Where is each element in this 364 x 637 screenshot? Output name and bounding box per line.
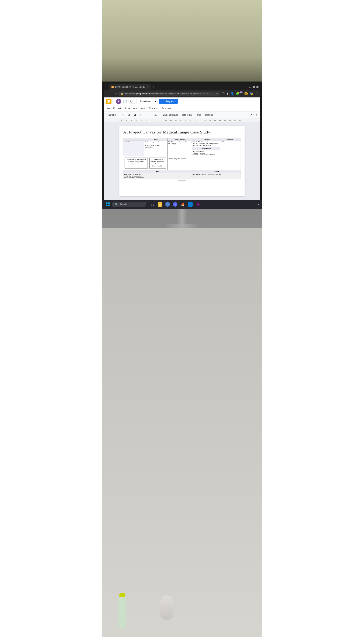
water-bottle — [118, 594, 127, 631]
layout-button[interactable]: Tata letak — [180, 113, 193, 117]
ruler-mark-7: 7 — [149, 119, 154, 121]
taskbar-app-taskview[interactable]: ⬚ — [150, 201, 156, 208]
ruler-mark-2: 2 — [124, 119, 129, 121]
slide-canvas[interactable]: AI Project Canvas for Medical Image Case… — [120, 126, 244, 196]
expand-button[interactable]: ↑ — [254, 113, 258, 117]
outlook-icon: O — [188, 202, 192, 207]
taskbar-app-files[interactable]: 📁 — [157, 201, 163, 208]
extensions-icon[interactable]: 🧩20 — [236, 92, 243, 96]
stakeholders-header-cell: Stakeholders — [192, 147, 220, 150]
taskbar-start-button[interactable] — [105, 201, 111, 208]
taskbar-app-slack[interactable]: S — [195, 201, 201, 208]
accuracy-note: ALCO2 - Very high accuracy — [168, 158, 240, 160]
ruler-mark-19: 19 — [208, 119, 213, 121]
files-icon: 📁 — [158, 202, 162, 207]
ruler-mark-25: 25 — [237, 119, 242, 121]
cost-header: Cost — [124, 170, 192, 173]
pointer-button[interactable]: ↗ — [249, 113, 254, 117]
ruler-mark-8: 8 — [154, 119, 158, 121]
speaker-device — [159, 595, 174, 626]
accuracy-cell: ALCO2 - Very high accuracy — [168, 156, 241, 170]
format-toolbar: Paskan ▾ ↖ ⊡ 🖼 ○ / T あ Latar belakang Ta… — [104, 112, 260, 118]
back-button[interactable]: ← — [106, 92, 109, 95]
image-tool[interactable]: 🖼 — [132, 113, 138, 117]
emoji-icon[interactable]: 😊 — [244, 92, 248, 96]
stakeholder-2: ALCS2 - Hospitals — [193, 152, 219, 154]
tab-bar-close-x[interactable]: ✕ — [106, 86, 108, 88]
bookmark-icon[interactable]: ☆ — [216, 92, 218, 95]
menu-help[interactable]: Bantuan — [160, 106, 172, 110]
download-icon[interactable]: ⬇ — [226, 92, 229, 96]
ruler-mark-3: 3 — [129, 119, 134, 121]
japanese-text-tool[interactable]: あ — [153, 112, 158, 117]
tab-close-btn[interactable]: ✕ — [147, 86, 149, 88]
firefox-icon: 🦊 — [180, 202, 185, 207]
ruler-mark-23: 23 — [228, 119, 232, 121]
table-header-problem — [124, 138, 144, 140]
forward-button[interactable]: → — [110, 92, 113, 95]
svg-rect-7 — [108, 204, 110, 206]
slideshow-button[interactable]: Slideshow — [137, 99, 153, 104]
account-icon[interactable]: 👤 — [230, 92, 234, 96]
ruler-mark-18: 18 — [203, 119, 208, 121]
slide-area[interactable]: AI Project Canvas for Medical Image Case… — [104, 122, 260, 200]
stakeholder-1: ALCS1 - Patients — [193, 150, 219, 152]
tab-bar: ✕ G 2023 Fall MLE-G - Google Slide ✕ + ⌄… — [104, 83, 260, 90]
slideshow-dropdown-button[interactable]: ▾ — [153, 99, 158, 104]
maximize-button[interactable]: □ — [256, 86, 258, 88]
taskbar-app-discord-blue[interactable]: D — [164, 201, 170, 208]
ruler-mark-9: 9 — [158, 119, 164, 121]
select-tool[interactable]: ↖ — [121, 113, 126, 117]
profile-icon[interactable]: 🎭 — [250, 92, 253, 96]
taskbar-search[interactable]: 🔍 Search — [112, 202, 146, 207]
cost-item-2: AlCo2 - Server procurement — [124, 175, 192, 177]
stakeholder-3: ALCS3 - Health service authorities — [193, 154, 219, 156]
collab-avatar: A — [116, 99, 121, 104]
bottle-cap — [120, 594, 125, 597]
text-tool[interactable]: T — [148, 113, 152, 117]
integration-1: ALU1 - Client side application — [193, 141, 219, 143]
svg-rect-2 — [108, 101, 110, 102]
ruler-marks: 1 2 3 4 5 6 7 8 9 10 11 12 13 14 — [119, 119, 242, 121]
output-tag: Outp. — [151, 165, 156, 167]
svg-rect-3 — [108, 102, 110, 102]
taskbar-app-outlook[interactable]: O — [187, 201, 194, 208]
menu-slide[interactable]: Slide — [123, 106, 132, 110]
menu-bar: an Format Slide Atur Alat Ekstensi Bantu… — [104, 106, 260, 112]
room-background — [102, 0, 262, 82]
history-icon[interactable]: 🕐 — [123, 99, 127, 104]
transition-button[interactable]: Transisi — [203, 113, 214, 117]
menu-format[interactable]: Format — [112, 106, 122, 110]
window-controls: — □ — [252, 86, 258, 88]
theme-button[interactable]: Tema — [194, 113, 202, 117]
shield-icon[interactable]: 🛡 — [222, 92, 225, 95]
menu-extensions[interactable]: Ekstensi — [147, 106, 160, 110]
ruler-mark-5: 5 — [139, 119, 144, 121]
crop-tool[interactable]: ⊡ — [126, 113, 132, 117]
browser-actions: 🛡 ⬇ 👤 🧩20 😊 🎭 ⋮ — [222, 92, 258, 96]
line-tool[interactable]: / — [143, 113, 147, 117]
tab-menu[interactable]: ⌄ — [249, 86, 251, 88]
taskbar-app-discord[interactable]: D — [172, 201, 178, 208]
menu-arrange[interactable]: Atur — [132, 106, 139, 110]
new-tab-button[interactable]: + — [152, 85, 155, 89]
shape-tool[interactable]: ○ — [138, 113, 142, 117]
revenue-item-1: AER1 - Indirect profit from health servi… — [193, 174, 240, 175]
collab-icons: A — [116, 99, 121, 104]
background-button[interactable]: Latar belakang — [162, 113, 180, 117]
address-input[interactable]: 🔒 https://docs.google.com/presentation/d… — [118, 92, 220, 96]
paste-button[interactable]: Paskan ▾ — [106, 113, 118, 117]
menu-file[interactable]: an — [106, 106, 111, 110]
svg-rect-6 — [106, 204, 108, 206]
comment-button[interactable]: 💬 — [128, 99, 135, 104]
browser-tab[interactable]: G 2023 Fall MLE-G - Google Slide ✕ — [109, 84, 151, 90]
share-button[interactable]: 👤 Bagikan — [159, 99, 178, 104]
minimize-button[interactable]: — — [252, 86, 255, 88]
menu-tools[interactable]: Alat — [140, 106, 147, 110]
integration-2: ALU2 - OCT image data storage system — [193, 143, 219, 144]
taskbar-clock: ··· — [258, 203, 259, 206]
menu-icon[interactable]: ⋮ — [255, 92, 258, 96]
refresh-button[interactable]: ↻ — [114, 92, 117, 95]
safety-case-box: Safety case for argumentation of enough … — [124, 158, 148, 168]
taskbar-app-firefox[interactable]: 🦊 — [180, 201, 186, 208]
